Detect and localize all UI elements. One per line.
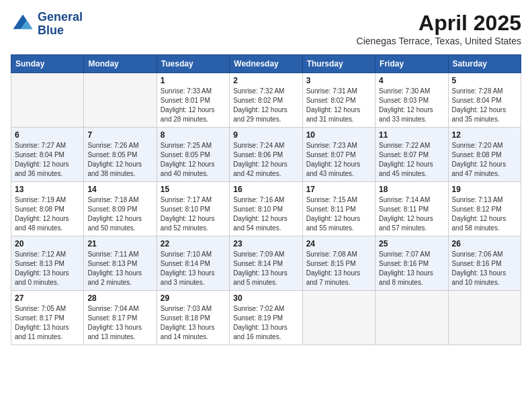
day-number: 30 [233,293,298,303]
day-info: Sunrise: 7:13 AMSunset: 8:12 PMDaylight:… [452,195,517,233]
calendar-table: Sunday Monday Tuesday Wednesday Thursday… [11,54,521,345]
day-info: Sunrise: 7:27 AMSunset: 8:04 PMDaylight:… [15,141,80,179]
header-thursday: Thursday [302,55,375,73]
day-info: Sunrise: 7:08 AMSunset: 8:15 PMDaylight:… [306,250,371,287]
table-row: 8Sunrise: 7:25 AMSunset: 8:05 PMDaylight… [157,128,229,182]
day-number: 12 [452,130,517,140]
table-row: 13Sunrise: 7:19 AMSunset: 8:08 PMDayligh… [11,182,84,236]
table-row: 26Sunrise: 7:06 AMSunset: 8:16 PMDayligh… [448,236,521,291]
day-number: 22 [161,239,226,248]
day-info: Sunrise: 7:11 AMSunset: 8:13 PMDaylight:… [87,250,152,287]
table-row [375,291,448,345]
page-header: General Blue April 2025 Cienegas Terrace… [11,11,521,46]
table-row [302,291,375,345]
day-info: Sunrise: 7:07 AMSunset: 8:16 PMDaylight:… [379,250,444,287]
day-info: Sunrise: 7:22 AMSunset: 8:07 PMDaylight:… [379,141,444,179]
day-info: Sunrise: 7:33 AMSunset: 8:01 PMDaylight:… [161,87,226,124]
header-tuesday: Tuesday [157,55,229,73]
day-number: 8 [161,130,226,140]
day-number: 6 [15,130,80,140]
week-row-5: 27Sunrise: 7:05 AMSunset: 8:17 PMDayligh… [11,291,521,345]
day-number: 17 [306,185,371,194]
table-row: 27Sunrise: 7:05 AMSunset: 8:17 PMDayligh… [11,291,84,345]
header-monday: Monday [84,55,157,73]
day-number: 13 [15,185,80,194]
day-number: 24 [306,239,371,248]
table-row: 3Sunrise: 7:31 AMSunset: 8:02 PMDaylight… [302,73,375,128]
day-info: Sunrise: 7:10 AMSunset: 8:14 PMDaylight:… [161,250,226,287]
day-info: Sunrise: 7:20 AMSunset: 8:08 PMDaylight:… [452,141,517,179]
week-row-1: 1Sunrise: 7:33 AMSunset: 8:01 PMDaylight… [11,73,521,128]
day-number: 16 [233,185,298,194]
day-number: 3 [306,76,371,85]
table-row: 19Sunrise: 7:13 AMSunset: 8:12 PMDayligh… [448,182,521,236]
table-row: 11Sunrise: 7:22 AMSunset: 8:07 PMDayligh… [375,128,448,182]
table-row: 10Sunrise: 7:23 AMSunset: 8:07 PMDayligh… [302,128,375,182]
day-number: 7 [87,130,152,140]
table-row: 29Sunrise: 7:03 AMSunset: 8:18 PMDayligh… [157,291,229,345]
day-info: Sunrise: 7:25 AMSunset: 8:05 PMDaylight:… [161,141,226,179]
table-row: 17Sunrise: 7:15 AMSunset: 8:11 PMDayligh… [302,182,375,236]
day-info: Sunrise: 7:28 AMSunset: 8:04 PMDaylight:… [452,87,517,124]
table-row: 9Sunrise: 7:24 AMSunset: 8:06 PMDaylight… [230,128,302,182]
day-number: 20 [15,239,80,248]
table-row [448,291,521,345]
header-friday: Friday [375,55,448,73]
day-number: 11 [379,130,444,140]
logo-text: General Blue [38,11,83,38]
day-info: Sunrise: 7:16 AMSunset: 8:10 PMDaylight:… [233,195,298,233]
day-number: 28 [87,293,152,303]
table-row: 24Sunrise: 7:08 AMSunset: 8:15 PMDayligh… [302,236,375,291]
day-number: 10 [306,130,371,140]
logo: General Blue [11,11,83,38]
day-info: Sunrise: 7:14 AMSunset: 8:11 PMDaylight:… [379,195,444,233]
week-row-4: 20Sunrise: 7:12 AMSunset: 8:13 PMDayligh… [11,236,521,291]
table-row: 6Sunrise: 7:27 AMSunset: 8:04 PMDaylight… [11,128,84,182]
day-info: Sunrise: 7:31 AMSunset: 8:02 PMDaylight:… [306,87,371,124]
table-row: 16Sunrise: 7:16 AMSunset: 8:10 PMDayligh… [230,182,302,236]
location: Cienegas Terrace, Texas, United States [357,36,521,46]
table-row: 5Sunrise: 7:28 AMSunset: 8:04 PMDaylight… [448,73,521,128]
day-info: Sunrise: 7:09 AMSunset: 8:14 PMDaylight:… [233,250,298,287]
table-row: 23Sunrise: 7:09 AMSunset: 8:14 PMDayligh… [230,236,302,291]
day-info: Sunrise: 7:30 AMSunset: 8:03 PMDaylight:… [379,87,444,124]
day-number: 5 [452,76,517,85]
month-title: April 2025 [357,11,521,36]
day-number: 2 [233,76,298,85]
day-number: 1 [161,76,226,85]
day-info: Sunrise: 7:32 AMSunset: 8:02 PMDaylight:… [233,87,298,124]
header-saturday: Saturday [448,55,521,73]
table-row: 12Sunrise: 7:20 AMSunset: 8:08 PMDayligh… [448,128,521,182]
table-row [11,73,84,128]
day-info: Sunrise: 7:19 AMSunset: 8:08 PMDaylight:… [15,195,80,233]
header-wednesday: Wednesday [230,55,302,73]
day-number: 25 [379,239,444,248]
week-row-3: 13Sunrise: 7:19 AMSunset: 8:08 PMDayligh… [11,182,521,236]
day-number: 26 [452,239,517,248]
table-row: 1Sunrise: 7:33 AMSunset: 8:01 PMDaylight… [157,73,229,128]
table-row: 18Sunrise: 7:14 AMSunset: 8:11 PMDayligh… [375,182,448,236]
table-row: 7Sunrise: 7:26 AMSunset: 8:05 PMDaylight… [84,128,157,182]
day-number: 4 [379,76,444,85]
day-number: 9 [233,130,298,140]
day-number: 21 [87,239,152,248]
day-info: Sunrise: 7:06 AMSunset: 8:16 PMDaylight:… [452,250,517,287]
table-row: 21Sunrise: 7:11 AMSunset: 8:13 PMDayligh… [84,236,157,291]
table-row: 28Sunrise: 7:04 AMSunset: 8:17 PMDayligh… [84,291,157,345]
day-info: Sunrise: 7:03 AMSunset: 8:18 PMDaylight:… [161,304,226,342]
day-info: Sunrise: 7:26 AMSunset: 8:05 PMDaylight:… [87,141,152,179]
title-area: April 2025 Cienegas Terrace, Texas, Unit… [357,11,521,46]
day-info: Sunrise: 7:17 AMSunset: 8:10 PMDaylight:… [161,195,226,233]
day-number: 15 [161,185,226,194]
weekday-header-row: Sunday Monday Tuesday Wednesday Thursday… [11,55,521,73]
table-row: 25Sunrise: 7:07 AMSunset: 8:16 PMDayligh… [375,236,448,291]
table-row [84,73,157,128]
day-number: 14 [87,185,152,194]
day-number: 19 [452,185,517,194]
header-sunday: Sunday [11,55,84,73]
logo-icon [11,12,35,36]
table-row: 14Sunrise: 7:18 AMSunset: 8:09 PMDayligh… [84,182,157,236]
day-number: 27 [15,293,80,303]
table-row: 20Sunrise: 7:12 AMSunset: 8:13 PMDayligh… [11,236,84,291]
table-row: 30Sunrise: 7:02 AMSunset: 8:19 PMDayligh… [230,291,302,345]
